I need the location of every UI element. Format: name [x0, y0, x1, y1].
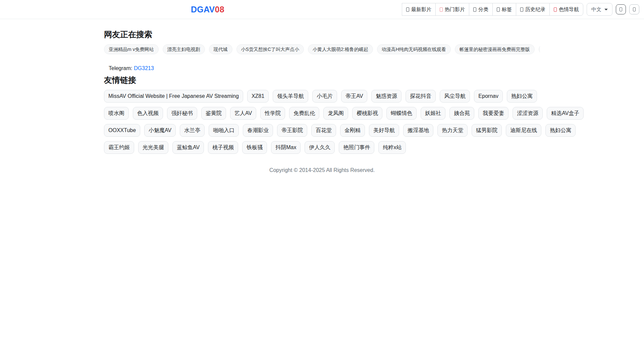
- friend-links-row-2: 喷水阁 色入视频 强奸秘书 鉴黄院 艺人AV 性学院 免费乱伦 龙凤阁 樱桃影视…: [104, 107, 540, 120]
- placeholder-glyph-icon: [620, 7, 622, 11]
- menu-item-label: 历史纪录: [525, 6, 545, 13]
- chevron-down-icon: [604, 9, 608, 10]
- search-tag-pill[interactable]: 亚洲精品m v免费网站: [104, 44, 159, 54]
- friend-link[interactable]: 熟妇公寓: [545, 124, 576, 137]
- menu-item-tofu-icon: [497, 7, 500, 12]
- friend-link[interactable]: 艳照门事件: [339, 141, 374, 154]
- friend-link[interactable]: 帝王影院: [277, 124, 307, 137]
- menu-item-label: 标签: [502, 6, 512, 13]
- brand-logo-red: 08: [215, 5, 224, 14]
- friend-link[interactable]: 免费乱伦: [289, 107, 319, 120]
- friend-link[interactable]: 春潮影业: [243, 124, 273, 137]
- menu-item-label: 分类: [478, 6, 488, 13]
- friend-link[interactable]: 领头羊导航: [273, 90, 308, 103]
- friend-link[interactable]: 喷水阁: [104, 107, 129, 120]
- search-tag-pill[interactable]: 漂亮主妇电视剧: [163, 44, 205, 54]
- friend-link[interactable]: 樱桃影视: [352, 107, 382, 120]
- friend-links-row-4: 霸王约姬 光光美腿 蓝鲸鱼AV 桃子视频 铁板骚 抖阴Max 伊人久久 艳照门事…: [104, 141, 540, 154]
- telegram-label: Telegram:: [109, 65, 132, 71]
- search-tag-pill[interactable]: 帐篷里的秘密漫画画免费画完整版: [455, 44, 535, 54]
- friend-link[interactable]: OOXXTube: [104, 124, 140, 137]
- main-content: 网友正在搜索 亚洲精品m v免费网站 漂亮主妇电视剧 现代城 小S货又想挨C了叫…: [104, 29, 540, 173]
- friend-link[interactable]: 涩涩资源: [513, 107, 543, 120]
- navbar-menu-item[interactable]: 最新影片: [402, 3, 436, 16]
- brand-logo[interactable]: DGAV08: [191, 5, 224, 14]
- navbar-menu-item[interactable]: 分类: [469, 3, 493, 16]
- search-tag-pill[interactable]: 动漫高H纯肉无码视频在线观看: [377, 44, 451, 54]
- friend-link[interactable]: 啪啪入口: [209, 124, 239, 137]
- telegram-line: Telegram:DG3213: [104, 65, 540, 71]
- friend-link[interactable]: 光光美腿: [138, 141, 168, 154]
- menu-item-label: 色情导航: [559, 6, 579, 13]
- menu-item-tofu-icon: [520, 7, 523, 12]
- navbar-menu-item[interactable]: 历史纪录: [516, 3, 550, 16]
- search-section-title: 网友正在搜索: [104, 29, 540, 40]
- copyright-text: Copyright © 2014-2025 All Rights Reserve…: [104, 167, 540, 173]
- friend-links-row-3: OOXXTube 小魅魔AV 水兰亭 啪啪入口 春潮影业 帝王影院 百花堂 金刚…: [104, 124, 540, 137]
- friend-link[interactable]: 伊人久久: [305, 141, 335, 154]
- friend-link[interactable]: 搬淫基地: [403, 124, 433, 137]
- friend-link[interactable]: 小毛片: [312, 90, 337, 103]
- friend-link[interactable]: 铁板骚: [242, 141, 267, 154]
- friend-link[interactable]: 姨合苑: [449, 107, 474, 120]
- friend-link[interactable]: 探花抖音: [406, 90, 436, 103]
- friend-link[interactable]: 霸王约姬: [104, 141, 134, 154]
- friend-link[interactable]: Epornav: [474, 90, 503, 103]
- navbar-menu-item[interactable]: 标签: [492, 3, 516, 16]
- friend-link[interactable]: 鉴黄院: [201, 107, 226, 120]
- telegram-link[interactable]: DG3213: [134, 65, 154, 71]
- language-dropdown[interactable]: 中文: [587, 3, 612, 16]
- search-tag-pill[interactable]: 小S货又想挨C了叫大声点小: [236, 44, 304, 54]
- menu-item-label: 热门影片: [445, 6, 465, 13]
- navbar-menu-item[interactable]: 色情导航: [549, 3, 583, 16]
- navbar-menu: 最新影片 热门影片 分类 标签: [402, 3, 583, 16]
- search-tag-pill[interactable]: 现代城: [209, 44, 232, 54]
- friend-link[interactable]: 桃子视频: [208, 141, 238, 154]
- menu-item-tofu-icon: [406, 7, 409, 12]
- friend-link[interactable]: 抖阴Max: [271, 141, 301, 154]
- search-tag-pill[interactable]: 小黄人大眼萌2:格鲁的崛起: [308, 44, 373, 54]
- friend-link[interactable]: 热力天堂: [437, 124, 468, 137]
- links-section-title: 友情链接: [104, 75, 540, 85]
- friend-link[interactable]: 小魅魔AV: [144, 124, 176, 137]
- friend-link[interactable]: XZ81: [247, 90, 269, 103]
- friend-link[interactable]: 我要爱妻: [478, 107, 508, 120]
- navbar-right-glyph-button[interactable]: [629, 4, 639, 14]
- friend-link[interactable]: 魅惑资源: [371, 90, 401, 103]
- menu-item-tofu-icon: [473, 7, 476, 12]
- top-navbar: DGAV08 最新影片 热门影片 分类: [0, 0, 644, 19]
- friend-link[interactable]: 妖姬社: [421, 107, 445, 120]
- language-label: 中文: [591, 6, 601, 13]
- friend-link[interactable]: MissAV Official Website | Free Japanese …: [104, 90, 243, 103]
- friend-link[interactable]: 龙凤阁: [323, 107, 348, 120]
- friend-link[interactable]: 帝王AV: [341, 90, 367, 103]
- friend-link[interactable]: 猛男影院: [472, 124, 502, 137]
- friend-link[interactable]: 蝴蝶情色: [386, 107, 417, 120]
- friend-link[interactable]: 蓝鲸鱼AV: [172, 141, 204, 154]
- friend-link[interactable]: 熟妇公寓: [507, 90, 537, 103]
- brand-logo-blue: DGAV: [191, 5, 215, 14]
- friend-link[interactable]: 美好导航: [369, 124, 399, 137]
- friend-link[interactable]: 风尘导航: [440, 90, 470, 103]
- friend-link[interactable]: 迪斯尼在线: [506, 124, 541, 137]
- friend-link[interactable]: 百花堂: [311, 124, 336, 137]
- navbar-menu-item[interactable]: 热门影片: [435, 3, 469, 16]
- navbar-right-cluster: 最新影片 热门影片 分类 标签: [402, 3, 639, 16]
- friend-link[interactable]: 金刚精: [340, 124, 365, 137]
- navbar-left-glyph-button[interactable]: [616, 4, 626, 14]
- friend-link[interactable]: 精选AV盒子: [547, 107, 584, 120]
- friend-link[interactable]: 强奸秘书: [167, 107, 197, 120]
- friend-links-row-1: MissAV Official Website | Free Japanese …: [104, 90, 540, 103]
- menu-item-tofu-icon: [440, 7, 443, 12]
- search-tag-pill[interactable]: 100: [539, 44, 540, 54]
- placeholder-glyph-icon: [633, 7, 636, 11]
- friend-link[interactable]: 纯粹x站: [378, 141, 406, 154]
- search-tags-row: 亚洲精品m v免费网站 漂亮主妇电视剧 现代城 小S货又想挨C了叫大声点小 小黄…: [104, 44, 540, 54]
- menu-item-tofu-icon: [554, 7, 557, 12]
- friend-link[interactable]: 水兰亭: [180, 124, 205, 137]
- friend-link[interactable]: 性学院: [260, 107, 285, 120]
- menu-item-label: 最新影片: [411, 6, 431, 13]
- friend-link[interactable]: 艺人AV: [230, 107, 256, 120]
- friend-link[interactable]: 色入视频: [133, 107, 163, 120]
